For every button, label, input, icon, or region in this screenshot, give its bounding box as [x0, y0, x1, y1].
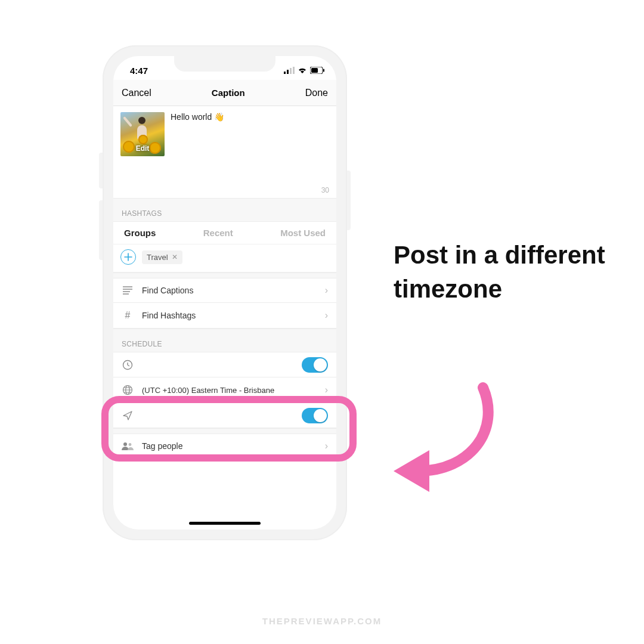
chip-label: Travel	[147, 253, 168, 262]
chevron-right-icon: ›	[325, 285, 328, 296]
autopost-toggle-row[interactable]	[113, 403, 336, 428]
caption-input[interactable]: Hello world 👋	[171, 112, 224, 184]
schedule-toggle[interactable]	[302, 357, 328, 373]
tag-people-row[interactable]: Tag people ›	[113, 434, 336, 459]
chevron-right-icon: ›	[325, 441, 328, 451]
page-title: Caption	[212, 88, 245, 98]
svg-rect-5	[311, 68, 318, 73]
chevron-right-icon: ›	[325, 385, 328, 395]
caption-area: Edit Hello world 👋	[113, 106, 336, 184]
timezone-row[interactable]: (UTC +10:00) Eastern Time - Brisbane ›	[113, 377, 336, 403]
post-thumbnail[interactable]: Edit	[120, 112, 165, 156]
send-icon	[122, 411, 134, 420]
add-hashtag-button[interactable]	[120, 249, 136, 265]
svg-rect-1	[287, 70, 289, 74]
find-captions-label: Find Captions	[142, 286, 193, 295]
status-time: 4:47	[130, 66, 148, 76]
phone-frame: 4:47 Cancel Caption Done Edit Hello worl…	[103, 45, 347, 540]
caption-counter: 30	[113, 184, 336, 198]
svg-rect-6	[323, 69, 324, 72]
schedule-toggle-row[interactable]	[113, 352, 336, 377]
callout-text: Post in a different timezone	[394, 239, 620, 306]
schedule-header: SCHEDULE	[113, 329, 336, 352]
find-captions-row[interactable]: Find Captions ›	[113, 278, 336, 303]
plus-icon	[124, 253, 132, 261]
tab-most-used[interactable]: Most Used	[280, 228, 326, 238]
chip-remove-icon[interactable]: ✕	[172, 253, 178, 261]
tab-groups[interactable]: Groups	[124, 228, 156, 238]
svg-point-11	[129, 443, 132, 446]
notch	[174, 56, 275, 72]
hashtag-chip-row: Travel ✕	[113, 244, 336, 273]
find-hashtags-row[interactable]: # Find Hashtags ›	[113, 303, 336, 329]
tag-people-label: Tag people	[142, 441, 183, 451]
edit-thumbnail-label: Edit	[120, 144, 165, 153]
hashtags-header: HASHTAGS	[113, 198, 336, 222]
svg-point-10	[123, 442, 127, 446]
timezone-label: (UTC +10:00) Eastern Time - Brisbane	[142, 386, 274, 395]
navbar: Cancel Caption Done	[113, 80, 336, 106]
svg-rect-0	[284, 72, 286, 74]
done-button[interactable]: Done	[305, 88, 328, 98]
cellular-icon	[284, 67, 295, 74]
tab-recent[interactable]: Recent	[203, 228, 233, 238]
svg-rect-3	[293, 67, 295, 74]
cancel-button[interactable]: Cancel	[122, 88, 151, 98]
phone-screen: 4:47 Cancel Caption Done Edit Hello worl…	[113, 56, 336, 530]
hashtag-chip-travel[interactable]: Travel ✕	[142, 250, 182, 264]
hash-icon: #	[122, 310, 134, 321]
clock-icon	[122, 360, 134, 370]
home-indicator	[189, 522, 261, 525]
autopost-toggle[interactable]	[302, 408, 328, 423]
hashtag-tabs: Groups Recent Most Used	[113, 222, 336, 244]
wifi-icon	[298, 67, 307, 74]
people-icon	[122, 442, 134, 450]
arrow-icon	[382, 382, 513, 501]
battery-icon	[310, 67, 324, 74]
watermark: THEPREVIEWAPP.COM	[0, 616, 644, 626]
svg-rect-2	[290, 68, 292, 74]
list-icon	[122, 286, 134, 295]
find-hashtags-label: Find Hashtags	[142, 311, 196, 320]
globe-icon	[122, 385, 134, 395]
chevron-right-icon: ›	[325, 310, 328, 321]
